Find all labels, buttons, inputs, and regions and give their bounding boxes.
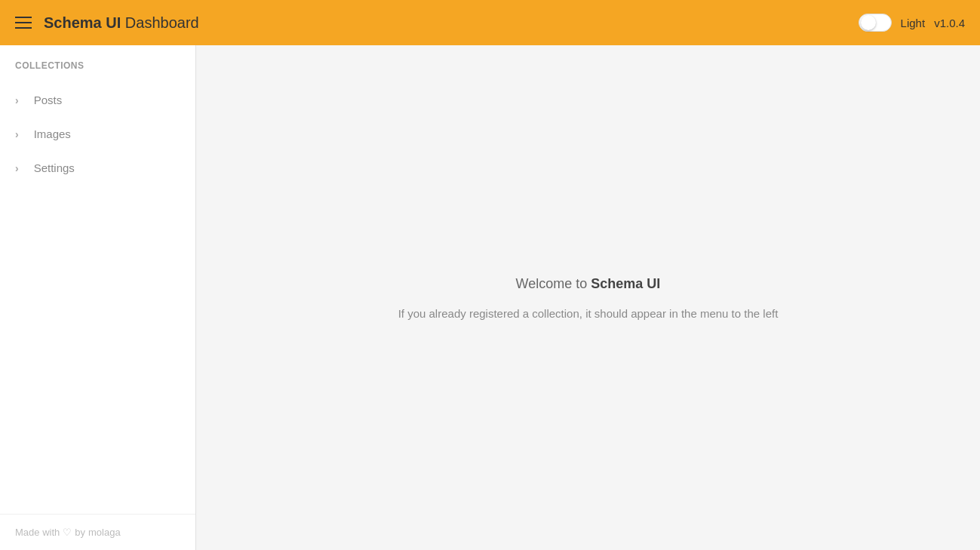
collections-label: COLLECTIONS bbox=[0, 60, 195, 83]
light-label: Light bbox=[901, 17, 926, 29]
app-header: Schema UI Dashboard Light v1.0.4 bbox=[0, 0, 980, 45]
main-layout: COLLECTIONS › Posts › Images › Settings … bbox=[0, 45, 980, 550]
version-label: v1.0.4 bbox=[934, 17, 965, 29]
welcome-container: Welcome to Schema UI If you already regi… bbox=[398, 276, 779, 320]
welcome-prefix: Welcome to bbox=[516, 276, 591, 291]
sidebar-item-label: Images bbox=[34, 128, 71, 140]
main-content: Welcome to Schema UI If you already regi… bbox=[196, 45, 980, 550]
toggle-knob bbox=[861, 15, 876, 30]
sidebar: COLLECTIONS › Posts › Images › Settings … bbox=[0, 45, 196, 550]
chevron-right-icon: › bbox=[15, 94, 19, 106]
header-right: Light v1.0.4 bbox=[859, 14, 965, 32]
welcome-title: Welcome to Schema UI bbox=[398, 276, 779, 292]
theme-toggle[interactable] bbox=[859, 14, 892, 32]
header-left: Schema UI Dashboard bbox=[15, 14, 199, 32]
sidebar-item-label: Posts bbox=[34, 94, 63, 106]
sidebar-content: COLLECTIONS › Posts › Images › Settings bbox=[0, 45, 195, 514]
welcome-subtitle: If you already registered a collection, … bbox=[398, 307, 779, 320]
hamburger-icon[interactable] bbox=[15, 17, 32, 29]
sidebar-item-label: Settings bbox=[34, 161, 75, 174]
app-title: Schema UI Dashboard bbox=[44, 14, 199, 32]
chevron-right-icon: › bbox=[15, 128, 19, 140]
heart-icon: ♡ bbox=[63, 527, 72, 538]
sidebar-item-settings[interactable]: › Settings bbox=[0, 151, 195, 185]
footer-by: by bbox=[75, 527, 85, 538]
sidebar-item-images[interactable]: › Images bbox=[0, 117, 195, 151]
welcome-brand: Schema UI bbox=[591, 276, 660, 291]
sidebar-item-posts[interactable]: › Posts bbox=[0, 83, 195, 117]
chevron-right-icon: › bbox=[15, 162, 19, 174]
footer-text: Made with ♡ by molaga bbox=[15, 527, 180, 538]
sidebar-footer: Made with ♡ by molaga bbox=[0, 514, 195, 550]
footer-author: molaga bbox=[88, 527, 121, 538]
footer-prefix: Made with bbox=[15, 527, 60, 538]
